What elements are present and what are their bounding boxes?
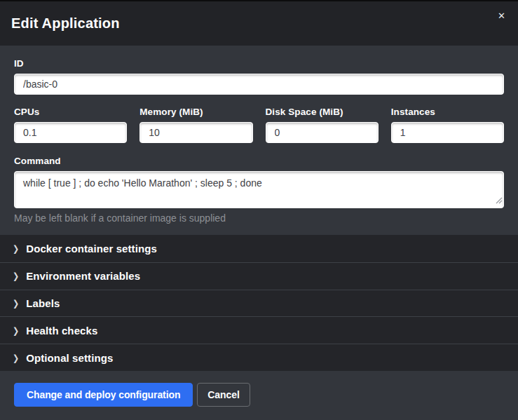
section-label: Labels (26, 297, 60, 309)
modal-header: Edit Application ✕ (0, 1, 518, 46)
instances-input[interactable] (391, 122, 504, 143)
section-health-checks[interactable]: ❯ Health checks (0, 316, 518, 344)
command-label: Command (14, 156, 504, 166)
section-label: Health checks (26, 325, 97, 337)
modal-title: Edit Application (11, 15, 120, 32)
cpus-label: CPUs (14, 107, 127, 117)
command-help-text: May be left blank if a container image i… (14, 212, 504, 224)
memory-label: Memory (MiB) (139, 107, 252, 117)
resources-row: CPUs Memory (MiB) Disk Space (MiB) Insta… (14, 107, 504, 143)
instances-field-group: Instances (391, 107, 504, 143)
command-field-group: Command while [ true ] ; do echo 'Hello … (14, 156, 504, 224)
chevron-right-icon: ❯ (13, 353, 19, 363)
section-label: Docker container settings (26, 243, 157, 255)
section-docker-container-settings[interactable]: ❯ Docker container settings (0, 235, 518, 262)
chevron-right-icon: ❯ (13, 271, 19, 280)
modal-footer: Change and deploy configuration Cancel (0, 371, 518, 420)
memory-field-group: Memory (MiB) (139, 107, 252, 143)
cancel-button[interactable]: Cancel (197, 383, 250, 407)
collapsible-sections: ❯ Docker container settings ❯ Environmen… (0, 235, 518, 371)
chevron-right-icon: ❯ (13, 244, 19, 253)
id-input[interactable] (14, 74, 504, 95)
edit-application-modal: Edit Application ✕ ID CPUs Memory (MiB) … (0, 0, 518, 420)
section-label: Environment variables (26, 270, 140, 282)
disk-label: Disk Space (MiB) (266, 107, 379, 117)
section-labels[interactable]: ❯ Labels (0, 290, 518, 317)
cpus-field-group: CPUs (14, 107, 127, 143)
disk-field-group: Disk Space (MiB) (266, 107, 379, 143)
chevron-right-icon: ❯ (13, 326, 19, 335)
id-label: ID (14, 58, 504, 69)
id-field-group: ID (14, 58, 504, 95)
section-environment-variables[interactable]: ❯ Environment variables (0, 262, 518, 290)
change-and-deploy-button[interactable]: Change and deploy configuration (14, 383, 193, 407)
section-optional-settings[interactable]: ❯ Optional settings (0, 344, 518, 371)
instances-label: Instances (391, 107, 504, 117)
cpus-input[interactable] (14, 122, 127, 143)
memory-input[interactable] (139, 122, 252, 143)
command-textarea-wrap: while [ true ] ; do echo 'Hello Marathon… (14, 171, 504, 208)
close-icon[interactable]: ✕ (495, 10, 508, 22)
command-input[interactable]: while [ true ] ; do echo 'Hello Marathon… (14, 171, 504, 208)
section-label: Optional settings (26, 352, 113, 364)
application-form: ID CPUs Memory (MiB) Disk Space (MiB) In… (0, 46, 518, 235)
chevron-right-icon: ❯ (13, 299, 19, 308)
disk-input[interactable] (266, 122, 379, 143)
